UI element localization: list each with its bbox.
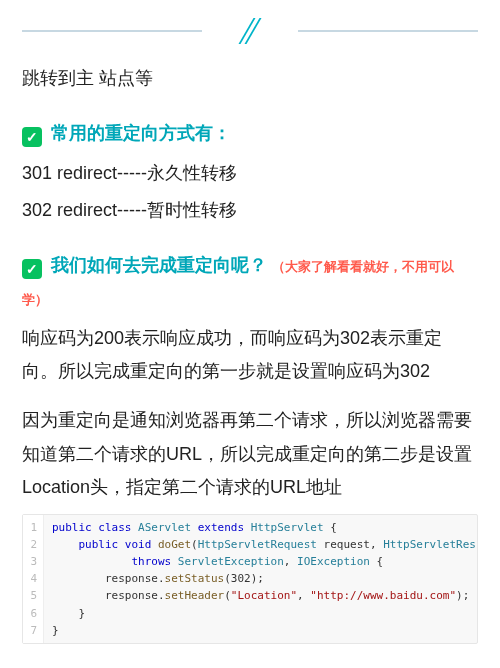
check-icon: ✓ [22, 127, 42, 147]
section1-heading-row: ✓ 常用的重定向方式有： [22, 117, 478, 150]
code-line-2: public void doGet(HttpServletRequest req… [52, 538, 477, 551]
decor-slash-box [230, 18, 270, 44]
intro-text: 跳转到主 站点等 [22, 62, 478, 95]
section1-line2: 302 redirect-----暂时性转移 [22, 194, 478, 227]
code-line-7: } [52, 624, 59, 637]
decor-dash-left [22, 30, 202, 32]
code-block: 1234567 public class AServlet extends Ht… [22, 514, 478, 643]
decor-dash-right [298, 30, 478, 32]
code-body: public class AServlet extends HttpServle… [44, 515, 477, 642]
section1-heading: 常用的重定向方式有： [51, 123, 231, 143]
code-line-5: response.setHeader("Location", "http://w… [52, 589, 469, 602]
section2-para1: 响应码为200表示响应成功，而响应码为302表示重定向。所以完成重定向的第一步就… [22, 322, 478, 389]
section2-heading: 我们如何去完成重定向呢？ [51, 255, 267, 275]
section1-line1: 301 redirect-----永久性转移 [22, 157, 478, 190]
section2-para2: 因为重定向是通知浏览器再第二个请求，所以浏览器需要知道第二个请求的URL，所以完… [22, 404, 478, 504]
code-line-1: public class AServlet extends HttpServle… [52, 521, 337, 534]
spacer [22, 392, 478, 404]
header-decoration [22, 18, 478, 44]
code-line-6: } [52, 607, 85, 620]
code-line-3: throws ServletException, IOException { [52, 555, 383, 568]
spacer [22, 231, 478, 249]
check-icon: ✓ [22, 259, 42, 279]
code-gutter: 1234567 [23, 515, 44, 642]
document-page: 跳转到主 站点等 ✓ 常用的重定向方式有： 301 redirect-----永… [0, 0, 500, 668]
section2-heading-row: ✓ 我们如何去完成重定向呢？ （大家了解看看就好，不用可以学） [22, 249, 478, 316]
code-line-4: response.setStatus(302); [52, 572, 264, 585]
